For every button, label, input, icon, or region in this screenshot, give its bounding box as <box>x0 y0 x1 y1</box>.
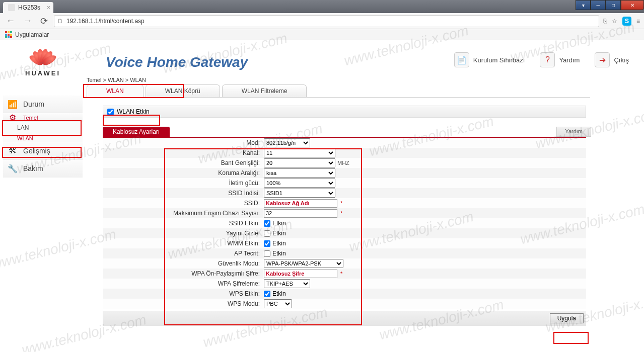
ribbon-icon[interactable]: ⎘ <box>603 18 607 25</box>
close-tab-icon[interactable]: × <box>47 4 50 11</box>
ap-isolate-checkbox[interactable] <box>264 250 270 257</box>
top-actions: 📄 Kurulum Sihirbazı ? Yardım ➔ Çıkış <box>454 52 629 67</box>
router-page: HUAWEI Voice Home Gateway 📄 Kurulum Sihi… <box>0 40 644 352</box>
txpower-label: İletim gücü: <box>103 180 263 187</box>
bandwidth-label: Bant Genişliği: <box>103 159 263 166</box>
wpa-psk-label: WPA Ön-Paylaşımlı Şifre: <box>103 270 263 277</box>
ap-isolate-label: AP Tecrit: <box>103 250 263 257</box>
url-text: 192.168.1.1/html/content.asp <box>66 18 145 25</box>
wpa-enc-select[interactable]: TKIP+AES <box>264 279 310 288</box>
section-title: Kablosuz Ayarları <box>103 127 170 137</box>
channel-label: Kanal: <box>103 149 263 156</box>
window-maximize-icon[interactable]: □ <box>606 0 621 10</box>
wmm-checkbox[interactable] <box>264 240 270 247</box>
help-icon: ? <box>540 52 555 67</box>
sidebar: 📶 Durum ⚙ Temel LAN WLAN 🛠 Gelişmiş 🔧 Ba… <box>3 96 83 178</box>
wizard-link[interactable]: 📄 Kurulum Sihirbazı <box>454 52 525 67</box>
tab-title: HG253s <box>18 4 40 11</box>
wlan-enable-label: WLAN Etkin <box>117 108 150 115</box>
gear-icon: ⚙ <box>7 112 18 123</box>
hide-broadcast-checkbox[interactable] <box>264 230 270 237</box>
txpower-select[interactable]: 100% <box>264 179 335 188</box>
sidebar-item-status[interactable]: 📶 Durum <box>3 96 83 113</box>
sidebar-sub-wlan[interactable]: WLAN <box>3 133 83 142</box>
hide-broadcast-label: Yayını Gizle: <box>103 230 263 237</box>
guard-label: Koruma Aralığı: <box>103 169 263 177</box>
brand-name: HUAWEI <box>5 69 81 77</box>
section-help-button[interactable]: Yardım <box>556 127 591 137</box>
wpa-psk-input[interactable] <box>264 270 337 278</box>
browser-tab[interactable]: HG253s × <box>3 2 53 13</box>
breadcrumb: Temel > WLAN > WLAN <box>87 77 146 83</box>
address-bar[interactable]: 🗋 192.168.1.1/html/content.asp <box>54 15 599 27</box>
sidebar-item-basic[interactable]: ⚙ Temel <box>3 113 83 122</box>
wps-enable-checkbox[interactable] <box>264 291 270 297</box>
tab-wlan-bridge[interactable]: WLAN Köprü <box>146 84 220 97</box>
chrome-menu-icon[interactable]: ≡ <box>636 18 640 25</box>
apps-icon[interactable] <box>5 31 12 38</box>
max-clients-input[interactable] <box>264 209 337 218</box>
tab-wlan[interactable]: WLAN <box>87 84 144 97</box>
content-area: WLAN Etkin Kablosuz Ayarları Yardım Mod:… <box>103 106 591 326</box>
guard-select[interactable]: kısa <box>264 168 335 178</box>
ssid-input[interactable] <box>264 199 337 208</box>
status-icon: 📶 <box>7 99 18 110</box>
browser-toolbar: ← → ⟳ 🗋 192.168.1.1/html/content.asp ⎘ ☆… <box>0 13 644 29</box>
wps-mode-select[interactable]: PBC <box>264 299 292 308</box>
bookmark-star-icon[interactable]: ☆ <box>612 18 617 25</box>
window-dropdown-icon[interactable]: ▾ <box>576 0 591 10</box>
wmm-label: WMM Etkin: <box>103 240 263 247</box>
window-controls: ▾ ─ □ ✕ <box>576 0 644 10</box>
logout-link[interactable]: ➔ Çıkış <box>595 52 629 67</box>
maintenance-icon: 🔧 <box>7 163 18 174</box>
brand-logo: HUAWEI <box>5 44 81 77</box>
security-label: Güvenlik Modu: <box>103 260 263 267</box>
wizard-icon: 📄 <box>454 52 469 67</box>
bandwidth-select[interactable]: 20 <box>264 158 335 167</box>
tab-wlan-filter[interactable]: WLAN Filtreleme <box>222 84 307 97</box>
ssid-label: SSID: <box>103 200 263 207</box>
browser-tab-strip: HG253s × ▾ ─ □ ✕ <box>0 0 644 13</box>
content-tabs: WLAN WLAN Köprü WLAN Filtreleme <box>87 84 590 98</box>
advanced-icon: 🛠 <box>7 145 18 156</box>
apply-bar: Uygula <box>103 311 586 326</box>
wps-mode-label: WPS Modu: <box>103 300 263 307</box>
watermark: www.teknoloji-x.com <box>0 226 118 273</box>
logout-icon: ➔ <box>595 52 610 67</box>
back-button[interactable]: ← <box>4 16 17 26</box>
wireless-settings-form: Mod:802.11b/g/n Kanal:11 Bant Genişliği:… <box>103 137 586 309</box>
mode-label: Mod: <box>103 139 263 146</box>
bookmarks-apps-label[interactable]: Uygulamalar <box>15 31 49 38</box>
forward-button[interactable]: → <box>21 16 34 26</box>
wlan-enable-bar: WLAN Etkin <box>103 106 586 118</box>
ssid-enable-checkbox[interactable] <box>264 220 270 227</box>
bookmarks-bar: Uygulamalar <box>0 29 644 40</box>
page-title: Voice Home Gateway <box>106 54 248 70</box>
apply-button[interactable]: Uygula <box>550 313 584 323</box>
sidebar-item-advanced[interactable]: 🛠 Gelişmiş <box>3 142 83 160</box>
site-info-icon[interactable]: 🗋 <box>57 18 63 25</box>
ssid-index-select[interactable]: SSID1 <box>264 189 335 198</box>
security-select[interactable]: WPA-PSK/WPA2-PSK <box>264 259 343 268</box>
window-close-icon[interactable]: ✕ <box>621 0 644 10</box>
wps-enable-label: WPS Etkin: <box>103 290 263 297</box>
skype-extension-icon[interactable]: S <box>622 17 631 26</box>
channel-select[interactable]: 11 <box>264 148 335 157</box>
sidebar-item-maintenance[interactable]: 🔧 Bakım <box>3 160 83 178</box>
sidebar-sub-lan[interactable]: LAN <box>3 122 83 133</box>
max-clients-label: Maksimum Erişim Cihazı Sayısı: <box>103 210 263 217</box>
help-link[interactable]: ? Yardım <box>540 52 580 67</box>
wpa-enc-label: WPA Şifreleme: <box>103 280 263 287</box>
highlight-apply <box>553 332 589 344</box>
favicon <box>8 4 15 11</box>
mode-select[interactable]: 802.11b/g/n <box>264 138 310 147</box>
window-minimize-icon[interactable]: ─ <box>591 0 606 10</box>
reload-button[interactable]: ⟳ <box>38 16 50 27</box>
wlan-enable-checkbox[interactable] <box>107 109 114 115</box>
ssid-enable-label: SSID Etkin: <box>103 220 263 227</box>
ssid-index-label: SSID İndisi: <box>103 190 263 197</box>
